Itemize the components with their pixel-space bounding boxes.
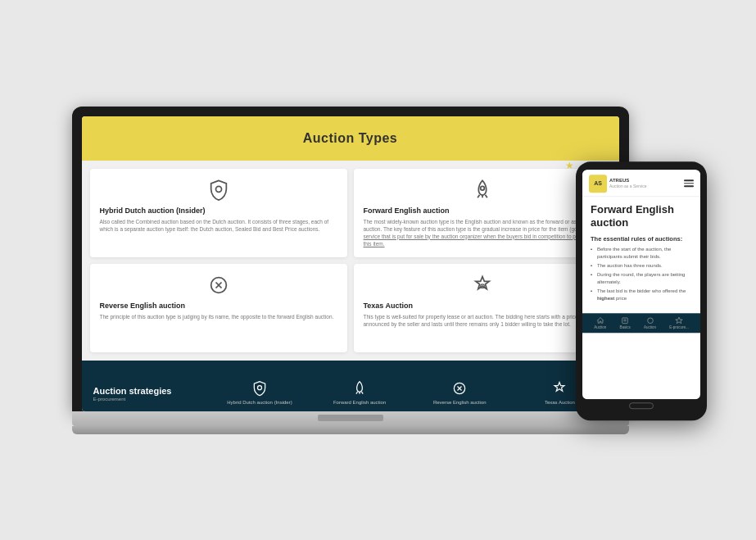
shield-icon <box>100 179 337 202</box>
svg-point-1 <box>480 186 484 190</box>
hamburger-menu-icon[interactable] <box>684 180 694 188</box>
phone-logo-text-area: ATREUS Auction as a Service <box>609 178 647 188</box>
card-reverse-english-title: Reverse English auction <box>100 302 337 310</box>
bottom-texas-label: Texas Auction <box>545 400 575 406</box>
card-hybrid-dutch[interactable]: Hybrid Dutch auction (Insider) Also call… <box>90 169 347 257</box>
texas-icon <box>364 274 601 297</box>
highlight-text: service that is put for sale by the auct… <box>364 234 595 247</box>
laptop-screen: Auction Types Hybrid Du <box>82 116 619 411</box>
card-reverse-english-desc: The principle of this auction type is ju… <box>100 313 337 320</box>
phone-outer: AS ATREUS Auction as a Service Forward E… <box>576 161 707 420</box>
phone-brand-name: ATREUS <box>609 178 647 184</box>
bottom-reverse-label: Reverse English auction <box>433 400 487 406</box>
cards-area: Hybrid Dutch auction (Insider) Also call… <box>82 161 619 361</box>
reverse-icon <box>100 274 337 297</box>
phone-nav-auction2[interactable]: Auction <box>644 316 656 329</box>
screen-bottom: Auction strategies E-procurement Hybrid … <box>82 361 619 411</box>
card-texas-title: Texas Auction <box>364 302 601 310</box>
phone-logo-icon: AS <box>589 175 607 193</box>
phone-rules-subtitle: The essential rules of auctions: <box>591 236 692 243</box>
bottom-title-area: Auction strategies E-procurement <box>93 385 207 402</box>
bottom-item-hybrid[interactable]: Hybrid Dutch auction (Insider) <box>212 380 307 406</box>
phone-bottom-nav: Auction Basics Auction E-procure... <box>582 313 700 333</box>
phone-home-button[interactable] <box>629 402 654 409</box>
bottom-hybrid-label: Hybrid Dutch auction (Insider) <box>227 400 292 406</box>
phone-home-bar <box>582 399 700 412</box>
phone-nav-auction[interactable]: Auction <box>594 316 606 329</box>
screen-content: Auction Types Hybrid Du <box>82 116 619 411</box>
phone: AS ATREUS Auction as a Service Forward E… <box>576 161 707 420</box>
phone-auction-title: Forward English auction <box>591 203 692 231</box>
bottom-item-reverse[interactable]: Reverse English auction <box>412 380 507 406</box>
laptop-base <box>72 411 629 426</box>
bottom-grid: Auction strategies E-procurement Hybrid … <box>93 369 608 411</box>
laptop-screen-outer: Auction Types Hybrid Du <box>72 107 629 411</box>
card-hybrid-dutch-title: Hybrid Dutch auction (Insider) <box>100 206 337 215</box>
phone-rule-4: The last bid is the bidder who offered t… <box>591 288 692 302</box>
phone-screen: AS ATREUS Auction as a Service Forward E… <box>582 170 700 399</box>
phone-nav-basics[interactable]: Basics <box>619 316 630 329</box>
svg-rect-6 <box>622 318 628 324</box>
svg-point-0 <box>215 186 221 192</box>
phone-rule-3: During the round, the players are bettin… <box>591 272 692 286</box>
card-reverse-english[interactable]: Reverse English auction The principle of… <box>90 264 347 352</box>
svg-point-4 <box>257 386 261 390</box>
laptop-foot <box>72 426 629 434</box>
scene: Auction Types Hybrid Du <box>0 0 756 540</box>
phone-content: Forward English auction The essential ru… <box>582 197 700 314</box>
phone-logo: AS ATREUS Auction as a Service <box>589 175 647 193</box>
e-procurement-label: E-procurement <box>93 397 207 402</box>
laptop: Auction Types Hybrid Du <box>72 107 629 434</box>
svg-point-9 <box>647 318 653 324</box>
card-texas[interactable]: Texas Auction This type is well-suited f… <box>354 264 611 352</box>
bottom-main-title: Auction strategies <box>93 385 207 397</box>
phone-header: AS ATREUS Auction as a Service <box>582 170 700 197</box>
phone-rules-list: Before the start of the auction, the par… <box>591 247 692 302</box>
bottom-forward-label: Forward English auction <box>333 400 386 406</box>
phone-nav-auction3[interactable]: E-procure... <box>669 316 689 329</box>
bottom-item-forward[interactable]: Forward English auction <box>312 380 407 406</box>
phone-rule-2: The auction has three rounds. <box>591 262 692 269</box>
phone-brand-tagline: Auction as a Service <box>609 184 647 188</box>
card-forward-english-desc: The most widely-known auction type is th… <box>364 218 601 247</box>
yellow-star-decoration: ★ <box>565 160 574 171</box>
card-forward-english-title: Forward English auction <box>364 206 601 215</box>
screen-header: Auction Types <box>82 116 619 161</box>
phone-rule-1: Before the start of the auction, the par… <box>591 247 692 261</box>
card-hybrid-dutch-desc: Also called the Combined auction based o… <box>100 218 337 233</box>
rocket-icon <box>364 179 601 202</box>
card-texas-desc: This type is well-suited for property le… <box>364 313 601 328</box>
page-title: Auction Types <box>97 131 604 146</box>
card-forward-english[interactable]: Forward English auction The most widely-… <box>354 169 611 257</box>
